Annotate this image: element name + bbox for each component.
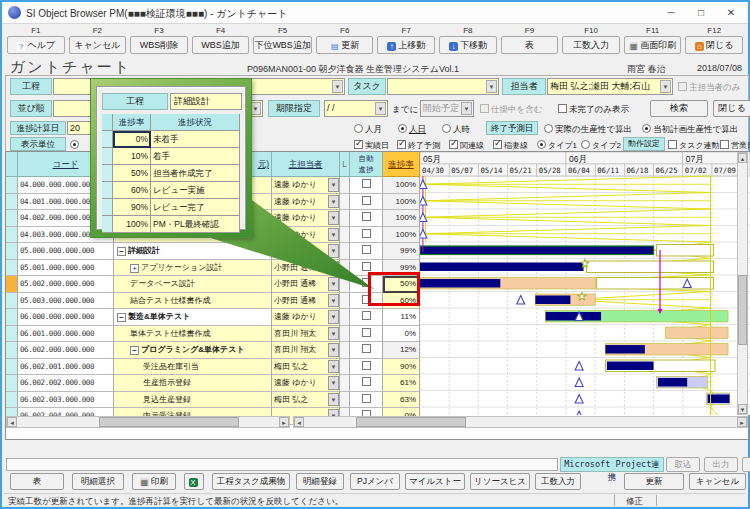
jisseki-checkbox[interactable]: 実績日 bbox=[354, 140, 389, 151]
table-row[interactable]: 06.002.000.000.000−プログラミング&単体テスト喜田川 翔太▼1… bbox=[6, 342, 420, 359]
expand-icon[interactable]: + bbox=[130, 264, 139, 273]
row-selector[interactable] bbox=[6, 194, 18, 211]
checkbox-icon[interactable] bbox=[362, 229, 371, 238]
toolbar-button-print-icon[interactable]: ▦印刷 bbox=[132, 473, 176, 490]
auto-progress-cell[interactable] bbox=[350, 194, 383, 211]
table-row[interactable]: 05.003.000.000.000結合テスト仕様書作成小野田 通稀▼60% bbox=[6, 293, 420, 310]
type1-radio[interactable]: タイプ1 bbox=[537, 140, 577, 151]
checkbox-icon[interactable] bbox=[362, 344, 371, 353]
row-selector[interactable] bbox=[6, 309, 18, 326]
chevron-down-icon[interactable]: ▼ bbox=[328, 360, 339, 374]
toolbar-button-明細登録[interactable]: 明細登録 bbox=[296, 473, 344, 490]
task-name[interactable]: 生産指示登録 bbox=[114, 375, 272, 392]
shutanto-only-checkbox[interactable]: 主担当者のみ bbox=[678, 82, 740, 94]
auto-progress-cell[interactable] bbox=[350, 177, 383, 194]
row-selector[interactable] bbox=[6, 260, 18, 277]
actual-productivity-radio[interactable]: 実際の生産性で算出 bbox=[544, 124, 632, 136]
radio-icon[interactable] bbox=[581, 140, 590, 149]
scrollbar-thumb[interactable] bbox=[738, 275, 747, 345]
eigyobi-checkbox[interactable]: 営業日のみ bbox=[720, 140, 750, 151]
kaishi-yotei-select[interactable]: 開始予定▼ bbox=[420, 100, 474, 117]
owner-cell[interactable]: 遠藤 ゆかり▼ bbox=[272, 227, 340, 244]
scroll-right-icon[interactable]: ► bbox=[737, 417, 747, 427]
auto-progress-cell[interactable] bbox=[350, 375, 383, 392]
task-select[interactable]: ▼ bbox=[387, 78, 499, 95]
tantousha-select[interactable]: 梅田 弘之;瀬田 大輔;石山▼ bbox=[547, 78, 673, 95]
row-selector[interactable] bbox=[6, 342, 18, 359]
close-screen-button[interactable]: 閉じる bbox=[713, 100, 750, 117]
row-selector[interactable] bbox=[6, 227, 18, 244]
owner-cell[interactable]: 遠藤 ゆかり▼ bbox=[272, 177, 340, 194]
hyoji-radio[interactable] bbox=[70, 140, 81, 150]
table-row[interactable]: 06.002.001.000.000受注品在庫引当梅田 弘之▼90% bbox=[6, 359, 420, 376]
task-name[interactable]: 見込生産登録 bbox=[114, 392, 272, 409]
progress-pct-cell[interactable]: 100% bbox=[383, 227, 420, 244]
chevron-down-icon[interactable]: ▼ bbox=[328, 244, 339, 258]
ms-sync-button[interactable]: 同期 bbox=[742, 457, 750, 472]
progress-pct-cell[interactable]: 90% bbox=[383, 359, 420, 376]
chevron-down-icon[interactable]: ▼ bbox=[328, 327, 339, 341]
chevron-down-icon[interactable]: ▼ bbox=[328, 294, 339, 308]
auto-progress-cell[interactable] bbox=[350, 342, 383, 359]
owner-cell[interactable]: 小野田 通稀▼ bbox=[272, 293, 340, 310]
progress-pct-cell[interactable]: 100% bbox=[383, 210, 420, 227]
table-row[interactable]: 05.001.000.000.000+アプリケーション設計小野田 通稀▼99% bbox=[6, 260, 420, 277]
owner-cell[interactable]: 小野田 通稀▼ bbox=[272, 260, 340, 277]
shuryo-yosoku-checkbox[interactable]: 終了予測 bbox=[397, 140, 440, 151]
shikakari-checkbox[interactable]: 仕掛中を含む bbox=[480, 104, 542, 116]
ms-import-button[interactable]: 取込 bbox=[666, 457, 700, 472]
fkey-button-f6[interactable]: ▤更新 bbox=[316, 36, 374, 54]
row-selector[interactable] bbox=[6, 210, 18, 227]
progress-pct-cell[interactable]: 11% bbox=[383, 309, 420, 326]
task-name[interactable]: −プログラミング&単体テスト bbox=[114, 342, 272, 359]
radio-icon[interactable] bbox=[642, 124, 651, 133]
chevron-down-icon[interactable]: ▼ bbox=[486, 80, 497, 93]
scrollbar-thumb[interactable] bbox=[99, 417, 239, 427]
radio-icon[interactable] bbox=[70, 140, 79, 149]
checkbox-icon[interactable] bbox=[354, 140, 363, 149]
gantt-horizontal-scrollbar[interactable]: ◄ ► bbox=[293, 416, 748, 428]
fkey-button-f11[interactable]: ▦画面印刷 bbox=[624, 36, 682, 54]
checkbox-icon[interactable] bbox=[362, 196, 371, 205]
task-name[interactable]: 結合テスト仕様書作成 bbox=[114, 293, 272, 310]
row-selector[interactable] bbox=[6, 375, 18, 392]
toolbar-button-工程タスク成果物[interactable]: 工程タスク成果物 bbox=[212, 473, 290, 490]
scroll-left-icon[interactable]: ◄ bbox=[294, 417, 304, 427]
toolbar-button-工数入力[interactable]: 工数入力 bbox=[535, 473, 581, 490]
toolbar-button-excel-icon[interactable]: X bbox=[184, 473, 204, 490]
minimize-button[interactable]: ─ bbox=[656, 2, 686, 23]
collapse-icon[interactable]: − bbox=[117, 313, 126, 322]
chevron-down-icon[interactable]: ▼ bbox=[328, 228, 339, 242]
checkbox-icon[interactable] bbox=[493, 140, 502, 149]
fkey-button-f9[interactable]: 表 bbox=[501, 36, 559, 54]
close-button[interactable]: ✕ bbox=[716, 2, 746, 23]
table-row[interactable]: 05.000.000.000.000−詳細設計小野田 通稀▼99% bbox=[6, 243, 420, 260]
auto-progress-cell[interactable] bbox=[350, 392, 383, 409]
owner-cell[interactable]: 梅田 弘之▼ bbox=[272, 359, 340, 376]
toolbar-button-表[interactable]: 表 bbox=[10, 473, 64, 490]
toolbar-button-PJメンバ[interactable]: PJメンバ bbox=[350, 473, 400, 490]
fkey-button-f7[interactable]: ↑上移動 bbox=[377, 36, 435, 54]
checkbox-icon[interactable] bbox=[558, 104, 567, 113]
toolbar-button-明細選択[interactable]: 明細選択 bbox=[72, 473, 124, 490]
owner-cell[interactable]: 小野田 通稀▼ bbox=[272, 276, 340, 293]
chevron-down-icon[interactable]: ▼ bbox=[328, 195, 339, 209]
auto-progress-cell[interactable] bbox=[350, 326, 383, 343]
row-selector[interactable] bbox=[6, 326, 18, 343]
ms-export-button[interactable]: 出力 bbox=[704, 457, 738, 472]
radio-icon[interactable] bbox=[537, 140, 546, 149]
table-row[interactable]: 06.002.003.000.000見込生産登録梅田 弘之▼63% bbox=[6, 392, 420, 409]
progress-pct-cell[interactable]: 12% bbox=[383, 342, 420, 359]
owner-cell[interactable]: 遠藤 ゆかり▼ bbox=[272, 210, 340, 227]
fkey-button-f12[interactable]: ⌂閉じる bbox=[685, 36, 743, 54]
radio-icon[interactable] bbox=[442, 124, 451, 133]
fkey-button-f4[interactable]: WBS追加 bbox=[192, 36, 250, 54]
checkbox-icon[interactable] bbox=[362, 262, 371, 271]
initial-productivity-radio[interactable]: 当初計画生産性で算出 bbox=[642, 124, 738, 136]
chevron-down-icon[interactable]: ▼ bbox=[660, 80, 671, 93]
row-selector[interactable] bbox=[6, 276, 18, 293]
mikanryo-checkbox[interactable]: 未完了のみ表示 bbox=[558, 104, 629, 116]
scroll-up-icon[interactable]: ▲ bbox=[738, 153, 747, 163]
owner-cell[interactable]: 遠藤 ゆかり▼ bbox=[272, 309, 340, 326]
owner-cell[interactable]: 遠藤 ゆかり▼ bbox=[272, 194, 340, 211]
